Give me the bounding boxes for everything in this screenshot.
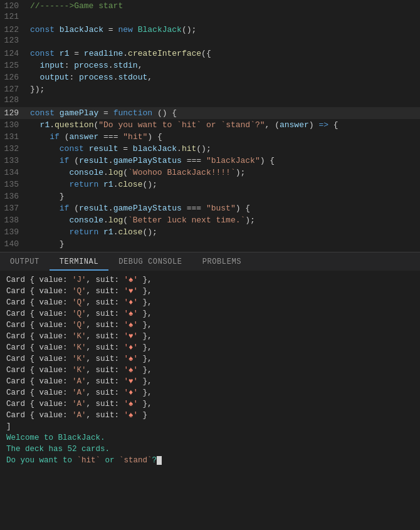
line-content: input: process.stdin, xyxy=(30,60,142,71)
code-line: 135 return r1.close(); xyxy=(0,179,420,190)
line-number: 123 xyxy=(0,36,26,45)
terminal-line: Card { value: 'Q', suit: '♠' }, xyxy=(6,308,414,320)
code-line: 131 if (answer === "hit") { xyxy=(0,131,420,143)
code-editor: 120//------>Game start121122const blackJ… xyxy=(0,0,420,252)
line-number: 141 xyxy=(0,251,26,252)
terminal-line: Card { value: 'Q', suit: '♦' }, xyxy=(6,297,414,308)
line-number: 128 xyxy=(0,95,26,105)
terminal-line: Card { value: 'A', suit: '♦' }, xyxy=(6,387,414,398)
line-content: const gamePlay = function () { xyxy=(30,107,177,119)
line-content: r1.question("Do you want to `hit` or `st… xyxy=(30,119,339,131)
terminal-line: Card { value: 'J', suit: '♠' }, xyxy=(6,274,414,286)
line-number: 134 xyxy=(0,168,26,177)
code-line: 133 if (result.gamePlayStatus === "black… xyxy=(0,155,420,167)
tab-problems[interactable]: PROBLEMS xyxy=(192,254,251,271)
line-content: } xyxy=(30,250,55,252)
line-content: } xyxy=(30,238,65,250)
tab-terminal[interactable]: TERMINAL xyxy=(50,254,108,271)
line-number: 132 xyxy=(0,144,26,153)
line-content: return r1.close(); xyxy=(30,179,157,190)
line-content: }); xyxy=(30,83,45,95)
line-content: const result = blackJack.hit(); xyxy=(30,143,211,155)
line-number: 126 xyxy=(0,73,26,82)
code-line: 128 xyxy=(0,95,420,107)
code-line: 129const gamePlay = function () { xyxy=(0,107,420,119)
line-number: 139 xyxy=(0,227,26,237)
terminal-line: Card { value: 'K', suit: '♠' }, xyxy=(6,365,414,376)
code-line: 125 input: process.stdin, xyxy=(0,60,420,71)
line-number: 121 xyxy=(0,12,26,21)
code-line: 122const blackJack = new BlackJack(); xyxy=(0,24,420,36)
terminal-tab-bar: OUTPUT TERMINAL DEBUG CONSOLE PROBLEMS xyxy=(0,252,420,271)
code-line: 138 console.log(`Better luck next time.`… xyxy=(0,214,420,226)
line-number: 131 xyxy=(0,132,26,142)
code-line: 137 if (result.gamePlayStatus === "bust"… xyxy=(0,202,420,214)
line-content: const r1 = readline.createInterface({ xyxy=(30,48,211,60)
terminal-line: The deck has 52 cards. xyxy=(6,444,414,455)
code-line: 120//------>Game start xyxy=(0,0,420,12)
code-line: 139 return r1.close(); xyxy=(0,226,420,238)
line-number: 122 xyxy=(0,25,26,34)
tab-output[interactable]: OUTPUT xyxy=(0,254,50,271)
line-content: console.log(`Woohoo BlackJack!!!!`); xyxy=(30,167,245,179)
terminal-line: Card { value: 'K', suit: '♥' }, xyxy=(6,331,414,342)
terminal-line: Card { value: 'Q', suit: '♥' }, xyxy=(6,286,414,297)
line-number: 127 xyxy=(0,85,26,94)
line-number: 136 xyxy=(0,192,26,201)
code-line: 127}); xyxy=(0,83,420,95)
line-content: output: process.stdout, xyxy=(30,71,152,83)
terminal-line: Do you want to `hit` or `stand`? xyxy=(6,455,414,466)
line-number: 120 xyxy=(0,1,26,11)
line-number: 125 xyxy=(0,61,26,70)
code-line: 136 } xyxy=(0,190,420,202)
code-line: 124const r1 = readline.createInterface({ xyxy=(0,48,420,60)
line-content: //------>Game start xyxy=(30,0,123,12)
line-content: } xyxy=(30,190,65,202)
code-line: 141 } xyxy=(0,250,420,252)
line-number: 129 xyxy=(0,108,26,118)
code-line: 123 xyxy=(0,36,420,48)
tab-debug-console[interactable]: DEBUG CONSOLE xyxy=(108,254,192,271)
terminal-line: Card { value: 'K', suit: '♠' }, xyxy=(6,353,414,365)
line-content: return r1.close(); xyxy=(30,226,157,238)
code-line: 132 const result = blackJack.hit(); xyxy=(0,143,420,155)
code-line: 121 xyxy=(0,12,420,24)
line-content: if (answer === "hit") { xyxy=(30,131,162,143)
terminal-line: Welcome to BlackJack. xyxy=(6,432,414,444)
line-content: if (result.gamePlayStatus === "bust") { xyxy=(30,202,250,214)
line-number: 130 xyxy=(0,120,26,130)
line-number: 140 xyxy=(0,239,26,249)
line-content: const blackJack = new BlackJack(); xyxy=(30,24,196,36)
line-number: 135 xyxy=(0,180,26,189)
code-line: 140 } xyxy=(0,238,420,250)
terminal-line: Card { value: 'A', suit: '♠' }, xyxy=(6,398,414,410)
line-content: if (result.gamePlayStatus === "blackJack… xyxy=(30,155,275,167)
terminal-line: Card { value: 'K', suit: '♦' }, xyxy=(6,342,414,353)
code-line: 134 console.log(`Woohoo BlackJack!!!!`); xyxy=(0,167,420,179)
terminal-line: Card { value: 'Q', suit: '♠' }, xyxy=(6,320,414,331)
line-number: 137 xyxy=(0,204,26,213)
line-content: console.log(`Better luck next time.`); xyxy=(30,214,255,226)
code-line: 130 r1.question("Do you want to `hit` or… xyxy=(0,119,420,131)
line-number: 124 xyxy=(0,49,26,58)
terminal-output: Card { value: 'J', suit: '♠' },Card { va… xyxy=(0,271,420,530)
code-line: 126 output: process.stdout, xyxy=(0,71,420,83)
line-number: 133 xyxy=(0,156,26,165)
terminal-line: Card { value: 'A', suit: '♥' }, xyxy=(6,376,414,387)
terminal-line: ] xyxy=(6,421,414,432)
line-number: 138 xyxy=(0,216,26,225)
terminal-line: Card { value: 'A', suit: '♠' } xyxy=(6,410,414,421)
